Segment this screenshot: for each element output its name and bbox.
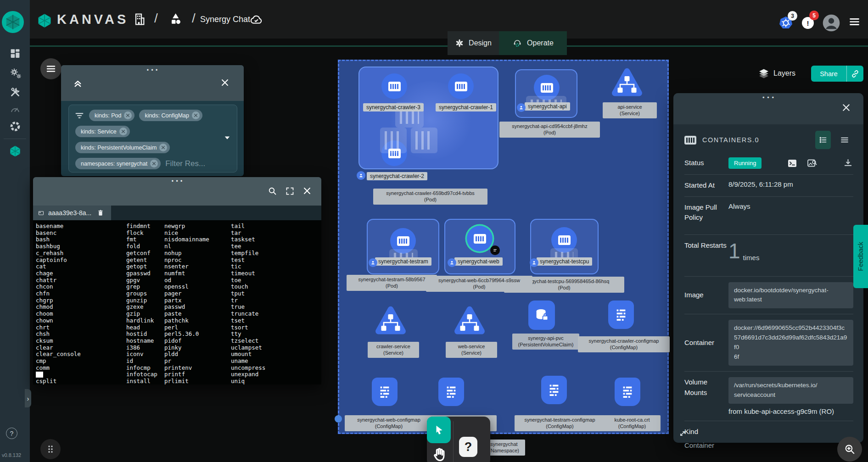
chip-label: kinds: PersistentVolumeClaim (81, 145, 157, 151)
volume-mounts-value[interactable]: /var/run/secrets/kubernetes.io/ servicea… (728, 377, 853, 404)
help-tool-button[interactable]: ? (459, 437, 477, 457)
filter-input-box[interactable]: kinds: Pod kinds: ConfigMap kinds: Servi… (68, 105, 237, 173)
terminal-header[interactable] (33, 177, 321, 206)
avatar[interactable] (822, 14, 840, 32)
download-logs-icon[interactable] (843, 158, 853, 168)
layers-button[interactable]: Layers (758, 68, 795, 79)
pod-icon-crawler-3[interactable] (381, 73, 407, 99)
feedback-tab[interactable]: Feedback (853, 225, 868, 288)
design-name[interactable]: Synergy Chat (200, 15, 250, 24)
pvc-icon-synergy-api-pvc[interactable] (528, 301, 555, 330)
configmap-icon-web[interactable] (372, 378, 398, 406)
pod-node-testcpu[interactable]: synergychat-testcpu (530, 219, 599, 274)
share-button[interactable]: Share (811, 70, 846, 78)
chip-remove-icon[interactable] (150, 160, 158, 167)
zoom-in-button[interactable] (837, 437, 862, 462)
filter-input-placeholder[interactable]: Filter Res... (165, 159, 205, 168)
copy-link-button[interactable] (847, 69, 863, 78)
container-details-panel: CONTAINERS.0 Status Running Started At 8… (673, 93, 863, 443)
expand-panel-icon[interactable] (678, 429, 687, 438)
select-tool-button[interactable] (427, 417, 451, 443)
sidebar-item-kanvas-active[interactable] (9, 145, 21, 157)
app-menu-icon[interactable] (848, 16, 861, 28)
close-icon[interactable] (841, 102, 851, 113)
terminal-output-col4: tail tar taskset tee tempfile test tic t… (231, 223, 265, 385)
crawler-pod-group[interactable]: synergychat-crawler-3 synergychat-crawle… (358, 67, 498, 169)
help-button[interactable]: ? (6, 428, 17, 439)
service-icon-web-service[interactable] (451, 305, 488, 339)
share-button-group: Share (811, 66, 863, 82)
resource-label: synergychat-web-6ccb79f964-s9ssw (Pod) (426, 276, 532, 292)
chevron-down-icon[interactable] (223, 134, 231, 142)
service-icon-api-service[interactable] (609, 67, 645, 101)
notification-count-badge: 5 (809, 11, 819, 20)
configmap-icon-api[interactable] (438, 378, 464, 406)
filter-panel-header[interactable] (61, 65, 244, 101)
organization-icon[interactable] (132, 12, 147, 27)
sidebar-item-toolkit[interactable] (9, 86, 21, 98)
pod-node-testram[interactable]: synergychat-testram (367, 219, 439, 274)
chip-remove-icon[interactable] (124, 111, 132, 119)
sidebar-item-dashboard[interactable] (9, 48, 21, 59)
search-icon[interactable] (268, 186, 277, 196)
meshery-logo[interactable] (2, 11, 24, 33)
sidebar-item-settings[interactable] (9, 67, 21, 79)
terminal-tab[interactable]: aaaa39e3-8a... (33, 206, 111, 220)
tab-design[interactable]: Design (448, 31, 499, 55)
tab-operate-label: Operate (527, 39, 554, 47)
resource-label: synergychat-crawler-configmap (ConfigMap… (578, 336, 670, 352)
selection-edge-handle[interactable] (335, 415, 342, 423)
open-terminal-icon[interactable] (787, 158, 798, 169)
workspace-shapes-icon[interactable] (168, 12, 183, 27)
owner-badge-icon (517, 103, 526, 112)
container-icon (684, 136, 696, 145)
design-spiral-icon (455, 39, 464, 48)
pod-name-chip[interactable]: synergychat-crawler-3 (363, 103, 424, 111)
configmap-icon-kube-root-ca[interactable] (615, 378, 640, 406)
pod-name-chip[interactable]: synergychat-crawler-2 (367, 172, 427, 180)
drag-handle-icon[interactable] (172, 178, 183, 184)
close-icon[interactable] (220, 78, 230, 88)
namespace-selection-region[interactable]: synergychat-crawler-3 synergychat-crawle… (338, 60, 669, 434)
scan-image-icon[interactable] (806, 158, 818, 169)
drag-handle-icon[interactable] (762, 94, 774, 101)
fullscreen-icon[interactable] (285, 186, 295, 196)
pod-name-chip[interactable]: synergychat-crawler-1 (436, 103, 496, 111)
quick-actions-button[interactable] (40, 439, 61, 459)
trash-icon[interactable] (97, 209, 104, 217)
detail-view-toggle-icon[interactable] (815, 131, 831, 149)
brand-hexagon-icon (37, 13, 52, 28)
resource-label: web-service (Service) (446, 342, 497, 358)
list-view-toggle-icon[interactable] (837, 131, 852, 149)
pod-node-api[interactable]: synergychat-api (515, 69, 577, 118)
chip-remove-icon[interactable] (192, 111, 200, 119)
pod-icon-web (467, 226, 493, 251)
configmap-icon-testram[interactable] (541, 376, 567, 404)
resource-label: kube-root-ca.crt (ConfigMap) (604, 415, 661, 431)
collapse-icon[interactable] (72, 77, 84, 89)
pan-tool-button[interactable] (429, 444, 450, 462)
chip-remove-icon[interactable] (159, 144, 167, 151)
configmap-icon-crawler[interactable] (608, 301, 634, 329)
service-icon-crawler-service[interactable] (372, 305, 409, 339)
sidebar-expand-handle[interactable]: › (25, 389, 31, 407)
pod-action-badge-icon[interactable] (490, 245, 500, 255)
tab-design-label: Design (469, 39, 492, 47)
tab-operate[interactable]: Operate (499, 31, 567, 55)
resource-label: synergychat-testram-58b9567 (Pod) (347, 275, 437, 291)
cloud-saved-icon (249, 13, 263, 27)
pod-icon-crawler-1[interactable] (448, 73, 474, 99)
kind-row: Kind Container (684, 421, 853, 455)
close-icon[interactable] (302, 186, 312, 196)
image-value[interactable]: docker.io/bootdotdev/synergychat- web:la… (728, 282, 853, 309)
terminal-output-col1: basename basenc bash bashbug c_rehash ca… (36, 223, 81, 385)
drag-handle-icon[interactable] (147, 67, 158, 73)
image-pull-policy-row: Image Pull Policy Always (684, 197, 853, 235)
container-id-value[interactable]: docker://6d96990655cc952b4423304f3c 57d6… (728, 320, 853, 366)
sidebar-item-conformance[interactable] (9, 120, 21, 133)
dock-menu-button[interactable] (40, 58, 62, 79)
chip-remove-icon[interactable] (119, 128, 127, 135)
pod-node-web-selected[interactable]: synergychat-web (444, 219, 515, 274)
breadcrumb-separator (154, 11, 158, 26)
sidebar-item-performance[interactable] (9, 104, 21, 115)
